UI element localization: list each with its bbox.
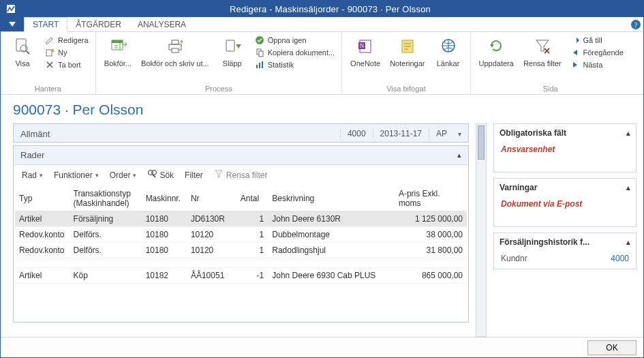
panel-obligatoriska: Obligatoriska fält Ansvarsenhet bbox=[493, 123, 637, 173]
col-trans[interactable]: Transaktionstyp (Maskinhandel) bbox=[70, 186, 142, 211]
rensa-filter-label: Rensa filter bbox=[523, 59, 562, 68]
svg-marker-34 bbox=[536, 40, 549, 51]
fasttab-rader-label: Rader bbox=[20, 150, 44, 160]
svg-marker-8 bbox=[50, 48, 55, 53]
col-typ[interactable]: Typ bbox=[15, 186, 70, 211]
lines-rensa-filter-button[interactable]: Rensa filter bbox=[214, 169, 268, 181]
tabort-label: Ta bort bbox=[58, 61, 81, 69]
historik-link[interactable]: 4000 bbox=[611, 254, 629, 263]
oppna-igen-button[interactable]: Öppna igen bbox=[253, 35, 336, 46]
group-caption-sida: Sida bbox=[476, 83, 625, 94]
cell-besk: John Deere 6930 Cab PLUS bbox=[268, 268, 395, 284]
table-row[interactable]: ArtikelFörsäljning10180JD6130R1John Deer… bbox=[15, 211, 467, 227]
col-antal[interactable]: Antal bbox=[236, 186, 268, 211]
cell-nr: ÅÅ10051 bbox=[187, 268, 236, 284]
foregaende-label: Föregående bbox=[583, 48, 624, 57]
cell-typ: Artikel bbox=[15, 211, 70, 227]
cell-maskinnr: 10180 bbox=[142, 227, 187, 243]
scrollbar-thumb[interactable] bbox=[478, 125, 485, 160]
panel-varningar-head[interactable]: Varningar bbox=[494, 179, 636, 196]
svg-rect-16 bbox=[172, 48, 179, 53]
svg-marker-18 bbox=[236, 44, 241, 48]
lines-sok-button[interactable]: Sök bbox=[147, 169, 174, 181]
cell-typ: Redov.konto bbox=[15, 243, 70, 258]
svg-marker-1 bbox=[9, 22, 16, 27]
tab-analyze[interactable]: ANALYSERA bbox=[129, 17, 194, 31]
slapp-button[interactable]: Släpp bbox=[216, 35, 249, 69]
tab-actions[interactable]: ÅTGÄRDER bbox=[67, 17, 129, 31]
panel-historik-head[interactable]: Försäljningshistorik f... bbox=[494, 233, 636, 251]
lankar-label: Länkar bbox=[437, 59, 460, 68]
ribbon-group-sida: Uppdatera Rensa filter Gå till Föregåend… bbox=[471, 32, 630, 94]
tab-start[interactable]: START bbox=[24, 17, 67, 32]
statistik-button[interactable]: Statistik bbox=[253, 59, 336, 70]
help-button[interactable]: ? bbox=[628, 17, 643, 31]
cell-apris: 1 125 000,00 bbox=[395, 211, 467, 227]
bokfor-button[interactable]: Bokför... bbox=[102, 35, 134, 69]
table-row[interactable]: ArtikelKöp10182ÅÅ10051-1John Deere 6930 … bbox=[15, 268, 467, 284]
tab-actions-label: ÅTGÄRDER bbox=[76, 20, 121, 29]
tab-analyze-label: ANALYSERA bbox=[138, 20, 186, 29]
tabort-button[interactable]: Ta bort bbox=[43, 59, 90, 70]
scrollbar-left-area[interactable] bbox=[476, 123, 487, 337]
onenote-button[interactable]: N OneNote bbox=[348, 35, 383, 69]
chevron-down-icon bbox=[454, 130, 461, 138]
rensa-filter-button[interactable]: Rensa filter bbox=[521, 35, 564, 69]
table-row[interactable] bbox=[15, 258, 467, 268]
slapp-label: Släpp bbox=[223, 59, 242, 68]
cell-trans: Köp bbox=[70, 268, 142, 284]
lines-rensa-label: Rensa filter bbox=[226, 170, 268, 180]
uppdatera-button[interactable]: Uppdatera bbox=[476, 35, 517, 69]
fasttab-rader-header[interactable]: Rader bbox=[14, 146, 468, 165]
col-apris[interactable]: A-pris Exkl. moms bbox=[395, 186, 467, 211]
release-arrow-icon bbox=[221, 36, 244, 57]
svg-marker-43 bbox=[215, 170, 222, 177]
lankar-button[interactable]: Länkar bbox=[432, 35, 465, 69]
table-row[interactable]: Redov.kontoDelförs.10180101201Radodlings… bbox=[15, 243, 467, 258]
cell-maskinnr: 10180 bbox=[142, 211, 187, 227]
file-menu-button[interactable] bbox=[1, 17, 24, 31]
nasta-label: Nästa bbox=[583, 61, 603, 69]
col-beskrivning[interactable]: Beskrivning bbox=[268, 186, 395, 211]
gatill-button[interactable]: Gå till bbox=[568, 35, 625, 46]
cell-maskinnr: 10182 bbox=[142, 268, 187, 284]
col-maskinnr[interactable]: Maskinnr. bbox=[142, 186, 187, 211]
oppna-label: Öppna igen bbox=[268, 36, 307, 44]
lines-filter-button[interactable]: Filter bbox=[185, 170, 203, 180]
onenote-label: OneNote bbox=[350, 59, 380, 68]
foregaende-button[interactable]: Föregående bbox=[568, 47, 625, 58]
allmant-field-3: AP bbox=[429, 129, 454, 138]
lines-table: Typ Transaktionstyp (Maskinhandel) Maski… bbox=[15, 186, 467, 284]
chevron-up-icon bbox=[626, 183, 630, 192]
onenote-icon: N bbox=[354, 36, 377, 57]
links-icon bbox=[437, 36, 460, 57]
funnel-clear-icon bbox=[531, 36, 554, 57]
ok-button[interactable]: OK bbox=[587, 340, 637, 355]
visa-button[interactable]: Visa bbox=[6, 35, 39, 69]
triangle-left-icon bbox=[570, 47, 581, 58]
lines-funktioner-menu[interactable]: Funktioner ▾ bbox=[54, 170, 99, 180]
chevron-up-icon bbox=[453, 151, 461, 160]
gatill-label: Gå till bbox=[583, 36, 602, 44]
bokfor-skriv-button[interactable]: Bokför och skriv ut... bbox=[138, 35, 212, 69]
cell-apris: 31 800,00 bbox=[395, 243, 467, 258]
redigera-button[interactable]: Redigera bbox=[43, 35, 90, 46]
cell-trans: Försäljning bbox=[70, 211, 142, 227]
nasta-button[interactable]: Nästa bbox=[568, 59, 625, 70]
cell-typ: Artikel bbox=[15, 268, 70, 284]
svg-marker-33 bbox=[490, 44, 494, 48]
fasttab-allmant[interactable]: Allmänt 4000 2013-11-17 AP bbox=[13, 123, 469, 143]
noteringar-button[interactable]: Noteringar bbox=[387, 35, 427, 69]
kopiera-dokument-button[interactable]: Kopiera dokument... bbox=[253, 47, 336, 58]
cell-besk: John Deere 6130R bbox=[268, 211, 395, 227]
panel-obligatoriska-head[interactable]: Obligatoriska fält bbox=[494, 124, 636, 142]
redigera-label: Redigera bbox=[58, 36, 89, 44]
col-nr[interactable]: Nr bbox=[187, 186, 236, 211]
table-row[interactable]: Redov.kontoDelförs.10180101201Dubbelmont… bbox=[15, 227, 467, 243]
ny-label: Ny bbox=[58, 48, 67, 57]
lines-rad-menu[interactable]: Rad ▾ bbox=[22, 170, 43, 180]
cell-trans: Delförs. bbox=[70, 227, 142, 243]
ny-button[interactable]: Ny bbox=[43, 47, 90, 58]
ok-label: OK bbox=[606, 343, 617, 353]
lines-order-menu[interactable]: Order ▾ bbox=[110, 170, 137, 180]
